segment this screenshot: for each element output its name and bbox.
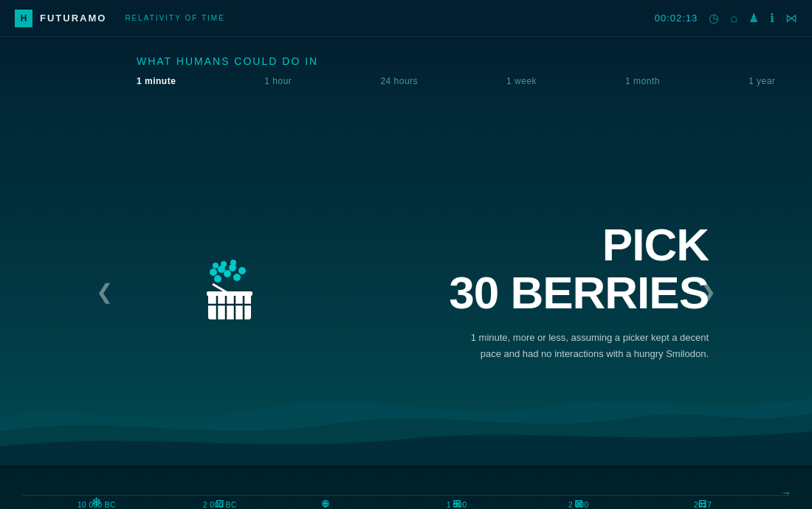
tab-1-hour[interactable]: 1 hour	[257, 76, 299, 86]
svg-point-5	[210, 269, 217, 276]
content-area: ❮	[0, 118, 812, 465]
svg-rect-17	[207, 291, 252, 296]
timeline-icon-2000: ⊠	[574, 497, 583, 509]
header-right: 00:02:13 ◷ ⌂ ♟ ℹ ⋈	[655, 11, 797, 25]
share-icon[interactable]: ⋈	[785, 11, 797, 25]
svg-point-7	[221, 261, 227, 267]
tab-1-week[interactable]: 1 week	[499, 76, 544, 86]
timeline-icon-2000bc: ⊡	[216, 497, 224, 509]
timeline-arrow-right: →	[781, 487, 791, 499]
subtitle-text: RELATIVITY OF TIME	[125, 14, 224, 22]
timeline-marker-2000bc: 2 000 BC ⊡	[203, 501, 237, 509]
clock-icon[interactable]: ◷	[709, 11, 719, 25]
timeline-marker-10000bc: 10 000 BC ❄	[78, 501, 116, 509]
section-title: WHAT HUMANS COULD DO IN	[137, 55, 812, 67]
person-icon[interactable]: ♟	[749, 11, 759, 25]
tab-1-minute[interactable]: 1 minute	[137, 76, 183, 86]
svg-point-2	[233, 274, 241, 281]
timeline-icon-0: ⊕	[321, 497, 330, 509]
timeline-icon-10000bc: ❄	[92, 495, 101, 509]
time-navigation: WHAT HUMANS COULD DO IN 1 minute 1 hour …	[0, 37, 812, 103]
main-content-area: WHAT HUMANS COULD DO IN 1 minute 1 hour …	[0, 37, 812, 509]
timeline-marker-0: 0 ⊕	[323, 501, 328, 509]
svg-point-6	[238, 267, 246, 274]
description-text: 1 minute, more or less, assuming a picke…	[465, 330, 709, 362]
timeline: 10 000 BC ❄ 2 000 BC ⊡ 0 ⊕ 1 500 ⊞ 2 000…	[0, 465, 812, 509]
berry-basket-icon	[192, 253, 266, 330]
timeline-marker-2000: 2 000 ⊠	[568, 501, 589, 509]
svg-point-1	[224, 270, 231, 277]
prev-arrow[interactable]: ❮	[96, 280, 113, 304]
info-icon[interactable]: ℹ	[770, 11, 774, 25]
timeline-icon-1500: ⊞	[453, 497, 461, 509]
timeline-marker-1500: 1 500 ⊞	[447, 501, 467, 509]
logo-text: FUTURAMO	[40, 13, 106, 24]
title-line2: 30 BERRIES	[449, 267, 709, 318]
title-line1: PICK	[602, 219, 709, 270]
logo-icon: H	[15, 10, 32, 27]
timeline-track	[22, 495, 790, 496]
timer-display: 00:02:13	[655, 13, 698, 24]
text-content: PICK 30 BERRIES 1 minute, more or less, …	[449, 221, 709, 362]
tab-24-hours[interactable]: 24 hours	[373, 76, 425, 86]
home-icon[interactable]: ⌂	[730, 12, 737, 25]
time-tabs: 1 minute 1 hour 24 hours 1 week 1 month …	[137, 76, 812, 86]
header: H FUTURAMO RELATIVITY OF TIME 00:02:13 ◷…	[0, 0, 812, 37]
svg-point-0	[214, 275, 221, 283]
timeline-marker-2017: 2017 ⊟	[694, 501, 712, 509]
tab-1-year[interactable]: 1 year	[741, 76, 782, 86]
svg-point-8	[230, 260, 236, 266]
timeline-icon-2017: ⊟	[698, 497, 707, 509]
main-title: PICK 30 BERRIES	[449, 221, 709, 316]
svg-rect-11	[208, 294, 251, 319]
tab-1-month[interactable]: 1 month	[618, 76, 667, 86]
svg-point-9	[213, 263, 219, 269]
logo-area: H FUTURAMO RELATIVITY OF TIME	[15, 10, 225, 27]
